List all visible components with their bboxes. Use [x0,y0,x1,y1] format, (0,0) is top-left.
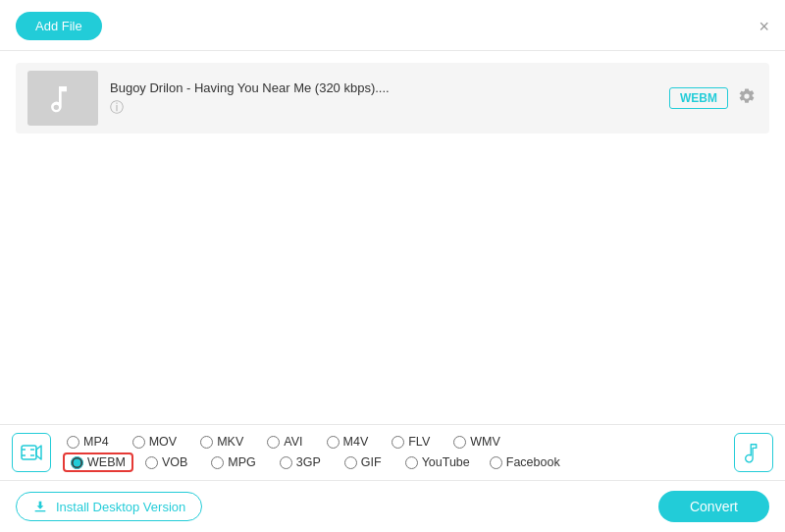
radio-3gp[interactable] [280,456,292,469]
label-m4v: M4V [343,435,369,449]
file-item: Bugoy Drilon - Having You Near Me (320 k… [16,63,769,133]
format-option-m4v[interactable]: M4V [323,433,373,451]
format-option-mpg[interactable]: MPG [207,453,259,471]
video-format-icon-button[interactable] [12,433,51,472]
top-bar: Add File × [0,0,785,51]
radio-mpg[interactable] [211,456,224,469]
bottom-panel: MP4 MOV MKV AVI M4V [0,424,785,532]
format-option-vob[interactable]: VOB [141,453,191,471]
radio-mkv[interactable] [200,436,213,449]
film-icon [20,441,43,464]
music-note-icon [47,82,78,114]
label-mpg: MPG [228,455,255,469]
label-gif: GIF [361,455,382,469]
formats-row-2: WEBM VOB MPG 3GP GIF [63,452,726,472]
format-option-webm[interactable]: WEBM [63,452,133,472]
format-option-avi[interactable]: AVI [263,433,306,451]
file-thumbnail [27,71,98,126]
label-mp4: MP4 [83,435,109,449]
format-option-wmv[interactable]: WMV [449,433,504,451]
format-option-mkv[interactable]: MKV [196,433,247,451]
format-badge[interactable]: WEBM [669,87,728,109]
formats-container: MP4 MOV MKV AVI M4V [63,433,726,472]
format-option-facebook[interactable]: Facebook [486,453,564,471]
svg-rect-0 [22,446,36,459]
radio-facebook[interactable] [490,456,502,469]
install-desktop-button[interactable]: Install Desktop Version [16,492,202,521]
audio-format-icon-button[interactable] [734,433,773,472]
label-3gp: 3GP [296,455,321,469]
file-title: Bugoy Drilon - Having You Near Me (320 k… [110,80,657,95]
radio-youtube[interactable] [405,456,418,469]
radio-vob[interactable] [145,456,158,469]
label-mkv: MKV [217,435,243,449]
gear-icon [738,87,756,105]
format-option-flv[interactable]: FLV [388,433,434,451]
label-mov: MOV [149,435,177,449]
install-label: Install Desktop Version [56,500,185,514]
settings-button[interactable] [736,85,758,112]
radio-webm[interactable] [71,456,83,469]
download-icon [32,499,48,514]
close-button[interactable]: × [759,18,769,35]
content-area: Bugoy Drilon - Having You Near Me (320 k… [0,51,785,145]
radio-avi[interactable] [267,436,280,449]
info-icon[interactable]: ⓘ [110,99,124,115]
label-wmv: WMV [470,435,500,449]
bottom-actions: Install Desktop Version Convert [0,481,785,532]
file-actions: WEBM [669,85,758,112]
formats-row-1: MP4 MOV MKV AVI M4V [63,433,726,451]
convert-button[interactable]: Convert [658,491,769,522]
format-option-gif[interactable]: GIF [340,453,386,471]
add-file-button[interactable]: Add File [16,12,102,40]
format-option-youtube[interactable]: YouTube [401,453,474,471]
radio-mov[interactable] [132,436,145,449]
radio-gif[interactable] [344,456,357,469]
music-icon [743,442,764,463]
radio-wmv[interactable] [453,436,466,449]
radio-flv[interactable] [392,436,404,449]
radio-m4v[interactable] [327,436,340,449]
label-flv: FLV [408,435,430,449]
radio-mp4[interactable] [67,436,79,449]
label-vob: VOB [162,455,187,469]
label-avi: AVI [284,435,302,449]
file-info: Bugoy Drilon - Having You Near Me (320 k… [110,80,657,117]
format-option-3gp[interactable]: 3GP [276,453,325,471]
label-webm: WEBM [87,455,126,469]
format-option-mp4[interactable]: MP4 [63,433,113,451]
label-youtube: YouTube [422,455,470,469]
format-option-mov[interactable]: MOV [129,433,181,451]
label-facebook: Facebook [506,455,560,469]
format-selection: MP4 MOV MKV AVI M4V [0,425,785,481]
